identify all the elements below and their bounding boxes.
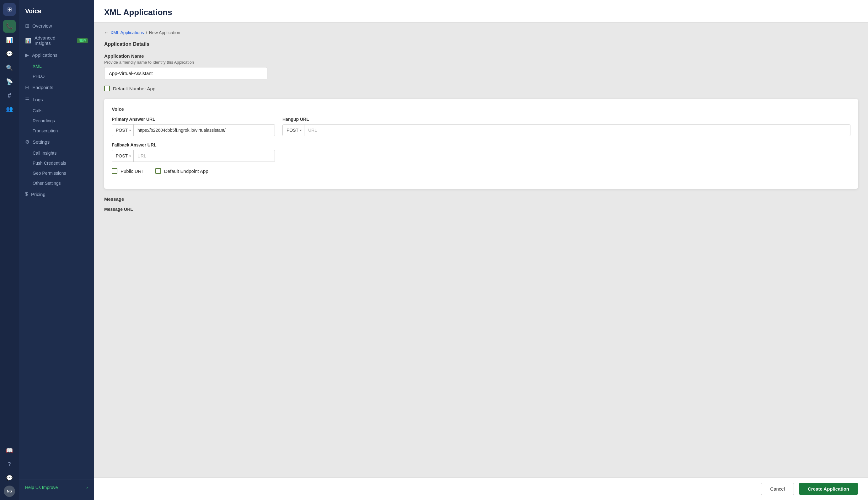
app-name-hint: Provide a friendly name to identify this…	[104, 60, 858, 65]
app-name-label: Application Name	[104, 53, 858, 59]
app-name-group: Application Name Provide a friendly name…	[104, 53, 858, 79]
settings-icon: ⚙	[25, 139, 30, 145]
breadcrumb-arrow: ←	[104, 30, 109, 35]
endpoints-icon: ⊟	[25, 84, 29, 90]
sidebar-section-title: Voice	[19, 5, 94, 20]
overview-icon: ⊞	[25, 23, 29, 29]
hangup-url-label: Hangup URL	[282, 117, 850, 122]
message-label: Message	[104, 196, 858, 202]
checkboxes-row: Public URI Default Endpoint App	[112, 168, 850, 174]
primary-url-input[interactable]	[134, 125, 274, 136]
footer-bar: Cancel Create Application	[94, 477, 868, 500]
sidebar-subitem-transcription[interactable]: Transcription	[19, 126, 94, 136]
settings-label: Settings	[33, 139, 49, 145]
voice-title: Voice	[112, 106, 850, 112]
page-body: ← XML Applications / New Application App…	[94, 23, 868, 477]
fallback-method-chevron: ▾	[129, 154, 131, 158]
sidebar-item-endpoints[interactable]: ⊟ Endpoints	[19, 81, 94, 93]
primary-url-input-row: POST GET ▾	[112, 124, 275, 136]
help-improve[interactable]: Help Us Improve ›	[19, 480, 94, 495]
primary-method-chevron: ▾	[129, 129, 131, 132]
sidebar-subitem-push-credentials[interactable]: Push Credentials	[19, 158, 94, 168]
nav-icon-messages[interactable]: 💬	[3, 472, 16, 484]
voice-card: Voice Primary Answer URL POST GET ▾	[104, 99, 858, 189]
pricing-icon: $	[25, 191, 28, 197]
url-row: Primary Answer URL POST GET ▾	[112, 117, 850, 136]
fallback-url-label: Fallback Answer URL	[112, 143, 850, 147]
sidebar-subitem-recordings[interactable]: Recordings	[19, 116, 94, 126]
new-badge: NEW	[77, 38, 88, 43]
nav-icon-help[interactable]: ?	[3, 458, 16, 470]
sidebar-item-applications[interactable]: ▶ Applications	[19, 49, 94, 61]
nav-icon-phone[interactable]: 📞	[3, 20, 16, 33]
help-arrow-icon: ›	[86, 485, 88, 490]
sidebar-item-advanced-insights[interactable]: 📊 Advanced Insights NEW	[19, 32, 94, 49]
nav-icon-message[interactable]: 💬	[3, 48, 16, 60]
nav-icon-hash[interactable]: #	[3, 89, 16, 102]
applications-icon: ▶	[25, 52, 29, 58]
create-application-button[interactable]: Create Application	[799, 483, 858, 495]
public-uri-label: Public URI	[121, 169, 143, 174]
main-content: XML Applications ← XML Applications / Ne…	[94, 0, 868, 500]
nav-icon-search[interactable]: 🔍	[3, 61, 16, 74]
primary-url-label: Primary Answer URL	[112, 117, 275, 122]
sidebar-item-logs[interactable]: ☰ Logs	[19, 93, 94, 106]
default-number-checkbox[interactable]	[104, 86, 110, 91]
hangup-method-chevron: ▾	[300, 129, 302, 132]
sidebar-subitem-geo-permissions[interactable]: Geo Permissions	[19, 168, 94, 178]
nav-sidebar: Voice ⊞ Overview 📊 Advanced Insights NEW…	[19, 0, 94, 500]
sidebar-item-overview[interactable]: ⊞ Overview	[19, 20, 94, 32]
fallback-url-input-row: POST GET ▾	[112, 150, 275, 162]
nav-icon-chart[interactable]: 📊	[3, 34, 16, 46]
sidebar-subitem-call-insights[interactable]: Call Insights	[19, 148, 94, 158]
hangup-url-input[interactable]	[304, 125, 850, 136]
app-name-input[interactable]	[104, 67, 267, 79]
help-label: Help Us Improve	[25, 485, 58, 490]
advanced-insights-icon: 📊	[25, 38, 31, 44]
breadcrumb-current: New Application	[149, 30, 180, 35]
bottom-icons: 📖 ? 💬 NS	[3, 444, 16, 497]
breadcrumb-parent[interactable]: XML Applications	[111, 30, 144, 35]
logs-label: Logs	[33, 97, 43, 102]
cancel-button[interactable]: Cancel	[761, 483, 794, 495]
default-number-label: Default Number App	[113, 86, 155, 91]
public-uri-checkbox[interactable]	[112, 168, 117, 174]
sidebar-subitem-other-settings[interactable]: Other Settings	[19, 178, 94, 188]
section-label: Application Details	[104, 42, 858, 47]
default-endpoint-row: Default Endpoint App	[155, 168, 208, 174]
logo-icon[interactable]: ⊞	[3, 3, 16, 16]
primary-url-group: Primary Answer URL POST GET ▾	[112, 117, 275, 136]
fallback-url-group: Fallback Answer URL POST GET ▾	[112, 143, 850, 162]
page-header: XML Applications	[94, 0, 868, 23]
default-number-row: Default Number App	[104, 86, 858, 91]
message-url-label: Message URL	[104, 207, 858, 212]
hangup-url-group: Hangup URL POST GET ▾	[282, 117, 850, 136]
avatar[interactable]: NS	[4, 486, 15, 497]
sidebar-item-settings[interactable]: ⚙ Settings	[19, 136, 94, 148]
sidebar-subitem-calls[interactable]: Calls	[19, 106, 94, 116]
fallback-method-select[interactable]: POST GET	[114, 150, 129, 161]
hangup-url-input-row: POST GET ▾	[282, 124, 850, 136]
sidebar-subitem-xml[interactable]: XML	[19, 61, 94, 71]
overview-label: Overview	[32, 23, 52, 29]
default-endpoint-label: Default Endpoint App	[164, 169, 208, 174]
message-section: Message Message URL	[104, 196, 858, 212]
nav-icon-book[interactable]: 📖	[3, 444, 16, 457]
sidebar-subitem-phlo[interactable]: PHLO	[19, 71, 94, 81]
endpoints-label: Endpoints	[32, 85, 53, 90]
advanced-insights-label: Advanced Insights	[34, 35, 72, 46]
nav-icon-contacts[interactable]: 👥	[3, 103, 16, 115]
breadcrumb: ← XML Applications / New Application	[104, 30, 858, 35]
sidebar-item-pricing[interactable]: $ Pricing	[19, 188, 94, 200]
pricing-label: Pricing	[31, 192, 45, 197]
icon-sidebar: ⊞ 📞 📊 💬 🔍 📡 # 👥 📖 ? 💬 NS	[0, 0, 19, 500]
primary-method-select[interactable]: POST GET	[114, 125, 129, 136]
primary-method-wrap: POST GET ▾	[112, 125, 134, 136]
hangup-method-wrap: POST GET ▾	[283, 125, 304, 136]
fallback-url-input[interactable]	[134, 150, 274, 161]
fallback-method-wrap: POST GET ▾	[112, 150, 134, 161]
nav-icon-sip[interactable]: 📡	[3, 75, 16, 88]
logs-icon: ☰	[25, 96, 30, 103]
hangup-method-select[interactable]: POST GET	[285, 125, 300, 136]
default-endpoint-checkbox[interactable]	[155, 168, 161, 174]
